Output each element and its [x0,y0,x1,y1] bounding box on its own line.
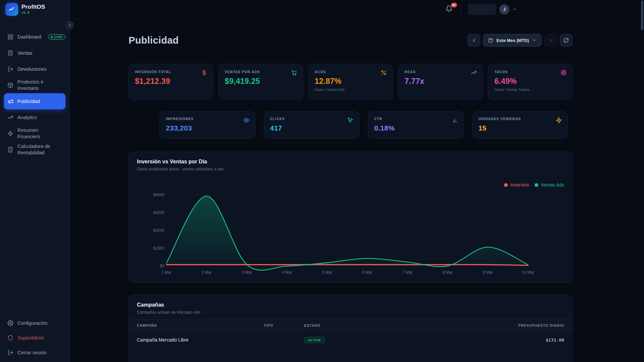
sidebar-item-configuracion[interactable]: Configuración [4,316,65,330]
return-icon [7,66,13,72]
kpi-card-ventas-por-ads: VENTAS POR ADS $9,419.25 [218,64,303,100]
refresh-icon [563,38,569,43]
sidebar-item-label: Dashboard [17,34,41,40]
scrollbar-thumb[interactable] [641,1,643,30]
kpi-row-secondary: IMPRESIONES 233,203 CLICKS 417 CTR 0.18%… [129,111,573,139]
shield-icon [7,335,13,341]
column-header-presupuesto: PRESUPUESTO DIARIO [463,323,564,327]
chart-card: Inversión vs Ventas por Día Gasto public… [129,152,573,283]
live-badge: LIVE [48,34,65,40]
table-header-row: CAMPAÑA TIPO ESTADO PRESUPUESTO DIARIO [129,319,572,331]
sidebar-item-label: Cerrar sesión [17,350,47,356]
sidebar-item-label: Configuración [17,320,47,326]
sidebar-nav: Dashboard LIVE Ventas Devoluciones Produ… [0,19,69,158]
chevron-left-icon [68,23,72,27]
topbar: 9+ J [70,0,644,19]
sidebar-item-label: Ventas [17,50,32,56]
avatar[interactable]: J [499,4,509,14]
kpi-value: 233,203 [166,124,249,132]
sidebar-item-label: Productos e Inventario [17,79,62,92]
svg-text:8 Mar: 8 Mar [442,270,453,275]
chart-subtitle: Gasto publicitario diario · ventas atrib… [137,167,564,171]
topbar-divider [461,5,461,14]
kpi-label: VENTAS POR ADS [225,70,297,74]
sidebar-item-superadmin[interactable]: SuperAdmin [4,330,65,345]
sidebar-item-ventas[interactable]: Ventas [4,45,65,61]
refresh-button[interactable] [560,34,573,47]
kpi-card-inversion-total: INVERSIÓN TOTAL $1,212.39 [129,64,213,100]
column-header-tipo: TIPO [264,323,304,327]
campaign-name: Campaña Mercado Libre [137,337,264,343]
svg-text:$4500: $4500 [153,210,165,215]
brand-version: v6.6 [21,11,45,14]
main-content: Publicidad Este Mes (MTD) INVERSIÓN TOTA… [70,32,642,362]
kpi-card-clicks: CLICKS 417 [264,111,360,139]
campaigns-card: Campañas Campañas activas de Mercado Ads… [129,295,573,362]
kpi-label: TACOS [494,70,566,74]
chevron-down-icon [532,38,537,43]
svg-text:$1500: $1500 [153,246,165,251]
receipt-icon [7,50,13,56]
kpi-card-ctr: CTR 0.18% [368,111,464,139]
sidebar-item-productos[interactable]: Productos e Inventario [4,77,65,93]
eye-icon [243,117,250,123]
kpi-card-unidades-vendidas: UNIDADES VENDIDAS 15 [472,111,568,139]
kpi-label: IMPRESIONES [166,117,249,121]
campaigns-subtitle: Campañas activas de Mercado Ads [137,310,564,315]
kpi-card-impresiones: IMPRESIONES 233,203 [159,111,255,139]
period-next-button[interactable] [544,34,557,47]
lightning-icon [556,117,562,123]
kpi-value: 12.87% [315,77,387,86]
dollar-icon [201,69,207,76]
chevron-right-icon [548,38,553,43]
svg-text:$6000: $6000 [153,193,165,197]
sidebar-item-devoluciones[interactable]: Devoluciones [4,61,65,77]
line-chart: $0$1500$3000$4500$60001 Mar2 Mar3 Mar4 M… [137,186,564,278]
kpi-sublabel: Gasto / Ventas Ads [315,88,387,92]
chart-title: Inversión vs Ventas por Día [137,159,564,165]
logout-icon [7,350,13,356]
svg-text:3 Mar: 3 Mar [242,270,252,275]
trending-up-icon [470,69,477,76]
status-badge: ACTIVE [304,337,325,343]
period-prev-button[interactable] [467,34,480,47]
table-row[interactable]: Campaña Mercado Libre ACTIVE $131.00 [129,331,572,348]
chevron-down-icon[interactable] [512,7,517,12]
kpi-label: CTR [374,117,457,121]
sidebar-item-cerrar-sesion[interactable]: Cerrar sesión [4,345,65,360]
sidebar-footer: Configuración SuperAdmin Cerrar sesión [0,313,69,362]
page-title: Publicidad [129,35,179,46]
kpi-label: CLICKS [270,117,353,121]
sidebar-item-calculadora[interactable]: Calculadora de Rentabilidad [4,142,65,158]
column-header-campana: CAMPAÑA [137,323,264,327]
svg-text:9 Mar: 9 Mar [483,270,493,275]
cursor-icon [347,117,354,123]
sidebar-item-publicidad[interactable]: Publicidad [4,93,65,109]
megaphone-icon [7,98,13,104]
bar-chart-icon [452,117,458,123]
notifications-button[interactable]: 9+ [445,5,454,14]
package-icon [7,82,13,88]
svg-text:$0: $0 [160,264,165,268]
kpi-value: $1,212.39 [135,77,207,86]
kpi-value: 15 [479,124,562,132]
trending-up-icon [7,114,13,120]
kpi-value: $9,419.25 [225,77,297,86]
zap-icon [7,131,13,137]
svg-text:5 Mar: 5 Mar [322,270,332,275]
brand: ProfitOS v6.6 [0,0,69,19]
sidebar-item-dashboard[interactable]: Dashboard LIVE [4,29,65,45]
kpi-value: 417 [270,124,353,132]
sidebar-item-label: Devoluciones [17,66,47,72]
kpi-label: ACOS [315,70,387,74]
period-selector[interactable]: Este Mes (MTD) [483,34,542,47]
period-controls: Este Mes (MTD) [467,34,573,47]
cart-icon [291,69,297,76]
sidebar-item-resumen-financiero[interactable]: Resumen Financiero [4,125,65,142]
calculator-icon [7,147,13,153]
svg-text:$3000: $3000 [153,228,165,233]
sidebar-item-analytics[interactable]: Analytics [4,109,65,125]
kpi-value: 7.77x [404,77,476,86]
profitos-logo-icon [5,3,18,16]
sidebar-collapse-button[interactable] [66,21,74,29]
